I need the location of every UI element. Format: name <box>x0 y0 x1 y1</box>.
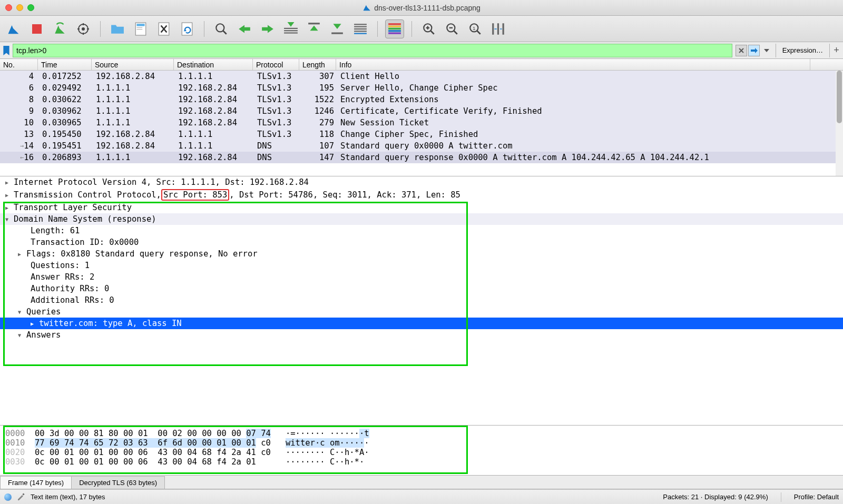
column-header-length[interactable]: Length <box>299 59 336 70</box>
packet-list-scrollbar[interactable] <box>836 71 843 176</box>
packet-row[interactable]: 90.0309621.1.1.1192.168.2.84TLSv1.31246C… <box>0 105 843 117</box>
packet-row[interactable]: 130.195450192.168.2.841.1.1.1TLSv1.3118C… <box>0 129 843 140</box>
zoom-out-button[interactable] <box>443 19 462 38</box>
packet-row[interactable]: ←160.2068931.1.1.1192.168.2.84DNS147Stan… <box>0 152 843 163</box>
packet-details-pane[interactable]: ▶Internet Protocol Version 4, Src: 1.1.1… <box>0 176 843 426</box>
column-header-protocol[interactable]: Protocol <box>253 59 299 70</box>
edit-preferences-icon[interactable] <box>17 493 25 501</box>
detail-ipv4[interactable]: ▶Internet Protocol Version 4, Src: 1.1.1… <box>0 176 843 188</box>
svg-rect-4 <box>136 24 144 26</box>
detail-dns-answer-rrs[interactable]: Answer RRs: 2 <box>0 271 843 283</box>
svg-rect-0 <box>32 24 42 34</box>
detail-dns-txid[interactable]: Transaction ID: 0x0000 <box>0 236 843 248</box>
packet-cell: 1.1.1.1 <box>93 153 175 162</box>
packet-cell: Server Hello, Change Cipher Spec <box>337 83 811 93</box>
collapse-icon[interactable]: ▼ <box>18 332 26 338</box>
zoom-in-button[interactable] <box>419 19 438 38</box>
expand-icon[interactable]: ▶ <box>5 180 14 185</box>
svg-rect-23 <box>388 30 401 32</box>
column-header-time[interactable]: Time <box>38 59 92 70</box>
packet-cell: 192.168.2.84 <box>93 72 175 81</box>
packet-cell: 1.1.1.1 <box>175 72 254 81</box>
packet-row[interactable]: 40.017252192.168.2.841.1.1.1TLSv1.3307Cl… <box>0 71 843 82</box>
resize-columns-button[interactable] <box>489 19 508 38</box>
detail-dns-additional-rrs[interactable]: Additional RRs: 0 <box>0 294 843 306</box>
expand-icon[interactable]: ▶ <box>5 205 14 211</box>
bookmark-icon[interactable] <box>0 42 13 58</box>
zoom-reset-button[interactable]: 1 <box>466 19 485 38</box>
save-file-button[interactable] <box>131 19 150 38</box>
window-zoom-button[interactable] <box>27 4 34 11</box>
packet-list-header: No.TimeSourceDestinationProtocolLengthIn… <box>0 59 843 71</box>
hex-dump-pane[interactable]: 0000 00 3d 00 00 81 80 00 01 00 02 00 00… <box>0 426 843 476</box>
packet-cell: 279 <box>300 118 337 127</box>
tab-decrypted-tls[interactable]: Decrypted TLS (63 bytes) <box>71 476 165 489</box>
apply-filter-button[interactable] <box>748 45 760 56</box>
svg-point-9 <box>216 24 224 32</box>
packet-row[interactable]: 100.0309651.1.1.1192.168.2.84TLSv1.3279N… <box>0 117 843 129</box>
packet-row[interactable]: →140.195451192.168.2.841.1.1.1DNS107Stan… <box>0 140 843 152</box>
column-header-source[interactable]: Source <box>92 59 174 70</box>
go-last-packet-button[interactable] <box>328 19 347 38</box>
tab-frame[interactable]: Frame (147 bytes) <box>0 476 72 489</box>
collapse-icon[interactable]: ▼ <box>18 309 26 315</box>
detail-dns-queries[interactable]: ▼Queries <box>0 306 843 318</box>
expand-icon[interactable]: ▶ <box>5 192 14 198</box>
column-header-no[interactable]: No. <box>0 59 38 70</box>
column-header-info[interactable]: Info <box>336 59 810 70</box>
clear-filter-button[interactable] <box>736 45 747 56</box>
go-to-packet-button[interactable] <box>281 19 300 38</box>
packet-cell: TLSv1.3 <box>254 83 300 93</box>
stop-capture-button[interactable] <box>27 19 46 38</box>
capture-options-button[interactable] <box>74 19 93 38</box>
detail-dns-questions[interactable]: Questions: 1 <box>0 260 843 271</box>
packet-cell: DNS <box>254 153 300 162</box>
auto-scroll-button[interactable] <box>351 19 370 38</box>
add-filter-button[interactable]: + <box>829 44 843 57</box>
window-close-button[interactable] <box>5 4 12 11</box>
detail-tls[interactable]: ▶Transport Layer Security <box>0 202 843 213</box>
start-capture-button[interactable] <box>4 19 23 38</box>
packet-cell: 0.195450 <box>39 130 93 139</box>
packet-cell: 107 <box>300 141 337 151</box>
svg-rect-30 <box>497 23 499 35</box>
detail-dns-query-item[interactable]: ▶twitter.com: type A, class IN <box>0 318 843 329</box>
detail-tcp[interactable]: ▶Transmission Control Protocol, Src Port… <box>0 188 843 202</box>
open-file-button[interactable] <box>108 19 127 38</box>
detail-dns-flags[interactable]: ▶Flags: 0x8180 Standard query response, … <box>0 248 843 260</box>
packet-cell: Standard query 0x0000 A twitter.com <box>337 141 811 151</box>
collapse-icon[interactable]: ▼ <box>5 216 14 222</box>
expert-info-icon[interactable] <box>4 493 12 501</box>
packet-cell: 13 <box>1 130 39 139</box>
packet-cell: 192.168.2.84 <box>175 83 254 93</box>
packet-cell: 9 <box>1 106 39 116</box>
packet-row[interactable]: 60.0294921.1.1.1192.168.2.84TLSv1.3195Se… <box>0 82 843 94</box>
status-profile[interactable]: Profile: Default <box>794 493 839 501</box>
go-back-button[interactable] <box>235 19 254 38</box>
detail-dns-authority-rrs[interactable]: Authority RRs: 0 <box>0 283 843 294</box>
go-first-packet-button[interactable] <box>305 19 324 38</box>
detail-dns-answers[interactable]: ▼Answers <box>0 329 843 341</box>
reload-file-button[interactable] <box>178 19 197 38</box>
packet-cell: 1.1.1.1 <box>175 141 254 151</box>
find-packet-button[interactable] <box>212 19 231 38</box>
column-header-destination[interactable]: Destination <box>174 59 253 70</box>
expression-button[interactable]: Expression… <box>776 44 829 57</box>
window-minimize-button[interactable] <box>16 4 23 11</box>
expand-icon[interactable]: ▶ <box>31 321 39 327</box>
packet-cell: 192.168.2.84 <box>175 153 254 162</box>
detail-dns[interactable]: ▼Domain Name System (response) <box>0 213 843 225</box>
filter-dropdown-button[interactable] <box>761 45 772 56</box>
packet-row[interactable]: 80.0306221.1.1.1192.168.2.84TLSv1.31522E… <box>0 94 843 105</box>
packet-cell: Standard query response 0x0000 A twitter… <box>337 153 811 162</box>
display-filter-input[interactable] <box>13 44 732 57</box>
restart-capture-button[interactable] <box>51 19 70 38</box>
close-file-button[interactable] <box>154 19 173 38</box>
colorize-button[interactable] <box>385 19 404 38</box>
hex-line-3: 0030 0c 00 01 00 01 00 00 06 43 00 04 68… <box>0 457 843 467</box>
expand-icon[interactable]: ▶ <box>18 251 26 257</box>
go-forward-button[interactable] <box>258 19 277 38</box>
packet-cell: 1.1.1.1 <box>175 130 254 139</box>
detail-dns-length[interactable]: Length: 61 <box>0 225 843 236</box>
packet-cell: 4 <box>1 72 39 81</box>
